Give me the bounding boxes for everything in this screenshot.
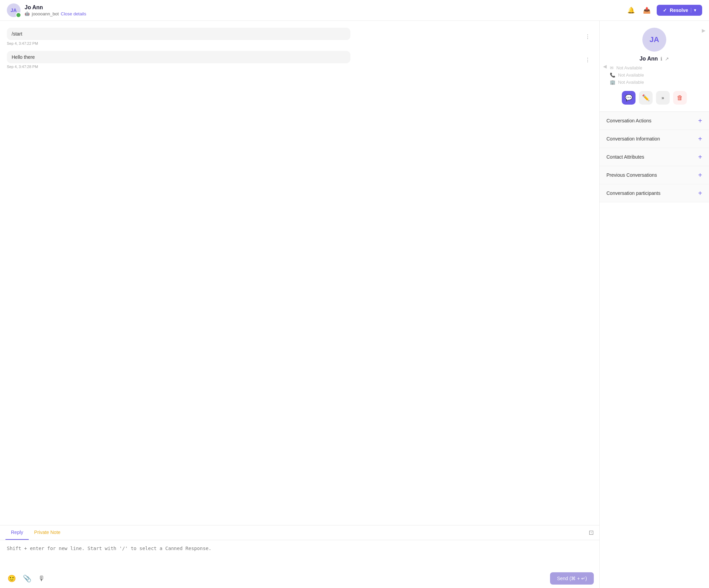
resolve-dropdown-chevron: ▾ bbox=[691, 8, 696, 13]
edit-contact-button[interactable]: ✏️ bbox=[639, 91, 653, 105]
expand-icon: + bbox=[698, 153, 702, 160]
close-details-link[interactable]: Close details bbox=[61, 11, 86, 16]
message-bubble: /start bbox=[7, 28, 350, 40]
message-text: Hello there bbox=[12, 54, 346, 60]
message-actions-button[interactable]: ⋮ bbox=[583, 56, 592, 64]
chat-messages: /start Sep 4, 3:47:22 PM ⋮ Hello there S… bbox=[0, 21, 599, 525]
list-item: /start Sep 4, 3:47:22 PM ⋮ bbox=[7, 28, 592, 45]
header-actions: 🔔 📤 ✓ Resolve ▾ bbox=[625, 4, 702, 16]
accordion-header-conversation-participants[interactable]: Conversation participants + bbox=[600, 184, 709, 202]
contact-email: ✉ Not Available bbox=[606, 65, 702, 70]
message-bubble: Hello there bbox=[7, 51, 350, 63]
tab-reply[interactable]: Reply bbox=[5, 525, 29, 540]
contact-name: Jo Ann bbox=[25, 4, 625, 11]
right-sidebar: ◀ ▶ JA Jo Ann ℹ ↗ ✉ Not Available 📞 Not … bbox=[600, 21, 709, 588]
contact-display-name: Jo Ann bbox=[640, 56, 658, 62]
accordion-header-conversation-actions[interactable]: Conversation Actions + bbox=[600, 112, 709, 130]
forward-button[interactable]: » bbox=[656, 91, 670, 105]
contact-panel: ◀ ▶ JA Jo Ann ℹ ↗ ✉ Not Available 📞 Not … bbox=[600, 21, 709, 112]
send-button[interactable]: Send (⌘ + ↵) bbox=[550, 572, 594, 585]
expand-icon: + bbox=[698, 135, 702, 142]
bot-badge bbox=[16, 12, 21, 18]
expand-icon: + bbox=[698, 190, 702, 197]
app-header: JA Jo Ann 🤖 jooooann_bot Close details 🔔… bbox=[0, 0, 709, 21]
contact-action-buttons: 💬 ✏️ » 🗑 bbox=[622, 91, 687, 105]
message-actions-button[interactable]: ⋮ bbox=[583, 33, 592, 41]
delete-button[interactable]: 🗑 bbox=[673, 91, 687, 105]
company-icon: 🏢 bbox=[610, 80, 615, 85]
bot-icon: 🤖 bbox=[25, 11, 30, 16]
tab-private-note[interactable]: Private Note bbox=[29, 525, 66, 540]
message-timestamp: Sep 4, 3:47:28 PM bbox=[7, 65, 579, 69]
compose-toolbar: 🙂 📎 🎙 Send (⌘ + ↵) bbox=[0, 569, 599, 588]
audio-button[interactable]: 🎙 bbox=[36, 573, 47, 585]
list-item: Hello there Sep 4, 3:47:28 PM ⋮ bbox=[7, 51, 592, 69]
header-avatar: JA bbox=[7, 3, 21, 17]
chat-area: /start Sep 4, 3:47:22 PM ⋮ Hello there S… bbox=[0, 21, 600, 588]
email-icon: ✉ bbox=[610, 65, 614, 70]
accordion-header-previous-conversations[interactable]: Previous Conversations + bbox=[600, 166, 709, 184]
header-subtitle: 🤖 jooooann_bot Close details bbox=[25, 11, 625, 16]
header-info: Jo Ann 🤖 jooooann_bot Close details bbox=[25, 4, 625, 16]
main-layout: /start Sep 4, 3:47:22 PM ⋮ Hello there S… bbox=[0, 21, 709, 588]
accordion-section-contact-attributes: Contact Attributes + bbox=[600, 148, 709, 166]
contact-name-row: Jo Ann ℹ ↗ bbox=[640, 56, 669, 62]
compose-input[interactable] bbox=[0, 540, 599, 567]
share-button[interactable]: 📤 bbox=[641, 4, 653, 16]
checkmark-icon: ✓ bbox=[663, 8, 667, 13]
collapse-panel-button[interactable]: ◀ bbox=[603, 64, 607, 69]
compose-tabs: Reply Private Note ⊡ bbox=[0, 525, 599, 540]
contact-avatar: JA bbox=[642, 28, 666, 52]
accordion-section-conversation-information: Conversation Information + bbox=[600, 130, 709, 148]
compose-expand-button[interactable]: ⊡ bbox=[589, 529, 594, 536]
message-text: /start bbox=[12, 31, 346, 37]
phone-icon: 📞 bbox=[610, 72, 615, 78]
expand-icon: + bbox=[698, 117, 702, 124]
accordion-section-conversation-actions: Conversation Actions + bbox=[600, 112, 709, 130]
accordion-container: Conversation Actions + Conversation Info… bbox=[600, 112, 709, 202]
accordion-section-previous-conversations: Previous Conversations + bbox=[600, 166, 709, 184]
expand-icon: + bbox=[698, 172, 702, 178]
expand-panel-button[interactable]: ▶ bbox=[702, 28, 706, 33]
contact-company: 🏢 Not Available bbox=[606, 80, 702, 85]
message-timestamp: Sep 4, 3:47:22 PM bbox=[7, 41, 579, 45]
resolve-button[interactable]: ✓ Resolve ▾ bbox=[657, 5, 702, 16]
contact-phone: 📞 Not Available bbox=[606, 72, 702, 78]
external-link-icon[interactable]: ↗ bbox=[665, 56, 669, 62]
mute-button[interactable]: 🔔 bbox=[625, 4, 637, 16]
bot-name: jooooann_bot bbox=[32, 11, 59, 16]
attachment-button[interactable]: 📎 bbox=[21, 572, 34, 585]
new-conversation-button[interactable]: 💬 bbox=[622, 91, 636, 105]
info-icon[interactable]: ℹ bbox=[660, 56, 662, 62]
accordion-header-conversation-information[interactable]: Conversation Information + bbox=[600, 130, 709, 148]
compose-area: Reply Private Note ⊡ 🙂 📎 🎙 Send (⌘ + ↵) bbox=[0, 525, 599, 588]
accordion-section-conversation-participants: Conversation participants + bbox=[600, 184, 709, 202]
svg-point-0 bbox=[17, 13, 20, 17]
accordion-header-contact-attributes[interactable]: Contact Attributes + bbox=[600, 148, 709, 166]
emoji-button[interactable]: 🙂 bbox=[5, 572, 18, 585]
